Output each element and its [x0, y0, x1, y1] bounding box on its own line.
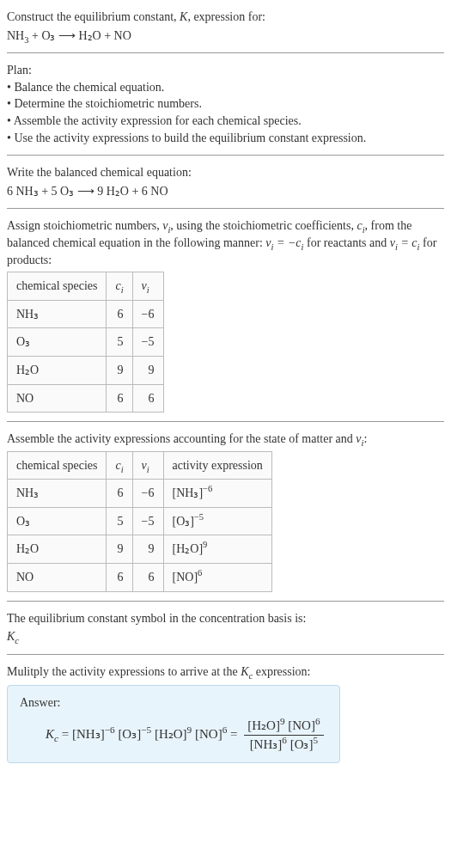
cell-sp: H₂O [8, 356, 107, 384]
kc-symbol-label: The equilibrium constant symbol in the c… [7, 610, 444, 627]
mult-a: Mulitply the activity expressions to arr… [7, 665, 241, 678]
table-header-row: chemical species ci νi [8, 272, 164, 301]
balanced-equation: 6 NH₃ + 5 O₃ ⟶ 9 H₂O + 6 NO [7, 183, 444, 200]
frac-numerator: [H₂O]9 [NO]6 [244, 717, 323, 736]
th-nui: νi [132, 451, 163, 480]
cell-c: 5 [107, 328, 132, 357]
cell-sp: O₃ [8, 328, 107, 357]
assign-d: for reactants and [303, 236, 389, 249]
intro-equation: NH3 + O₃ ⟶ H₂O + NO [7, 28, 444, 45]
stoich-table-1: chemical species ci νi NH₃6−6 O₃5−5 H₂O9… [7, 272, 164, 413]
nu-i: νi [162, 219, 170, 232]
assemble-text: Assemble the activity expressions accoun… [7, 431, 444, 448]
divider [7, 601, 444, 602]
th-ci: ci [107, 451, 132, 480]
plan-b3: • Assemble the activity expression for e… [7, 113, 444, 130]
kc-symbol: Kc [7, 628, 444, 645]
plan-title: Plan: [7, 62, 444, 79]
cell-v: −5 [132, 507, 163, 535]
cell-c: 9 [107, 356, 132, 384]
term-nh3: [NH₃]−6 [72, 727, 115, 741]
intro-block: Construct the equilibrium constant, K, e… [7, 9, 444, 44]
term-h2o: [H₂O]9 [155, 727, 192, 741]
c-i: ci [357, 219, 364, 232]
cell-c: 6 [107, 300, 132, 328]
kc-inline: Kc [241, 665, 253, 678]
assemble-b: : [363, 432, 367, 445]
eq-nh: NH [7, 29, 24, 42]
assign-text: Assign stoichiometric numbers, νi, using… [7, 217, 444, 268]
cell-c: 5 [107, 507, 132, 535]
nu-eq-c: νi = ci [390, 236, 420, 249]
cell-v: 6 [132, 384, 163, 413]
cell-ae: [H₂O]9 [163, 535, 271, 564]
balanced-label: Write the balanced chemical equation: [7, 164, 444, 181]
th-nui: νi [132, 272, 163, 301]
cell-v: 9 [132, 535, 163, 564]
cell-sp: NH₃ [8, 480, 107, 508]
answer-label: Answer: [20, 694, 327, 712]
cell-sp: O₃ [8, 507, 107, 535]
th-activity: activity expression [163, 451, 271, 480]
intro-text-a: Construct the equilibrium constant, [7, 10, 180, 23]
table-row: NH₃6−6[NH₃]−6 [8, 480, 272, 508]
assign-a: Assign stoichiometric numbers, [7, 219, 162, 232]
table-row: NO66[NO]6 [8, 564, 272, 592]
table-row: O₃5−5[O₃]−5 [8, 507, 272, 535]
cell-v: 9 [132, 356, 163, 384]
frac-denominator: [NH₃]6 [O₃]5 [244, 736, 323, 754]
table-row: NO66 [8, 384, 164, 413]
table-row: NH₃6−6 [8, 300, 164, 328]
cell-v: 6 [132, 564, 163, 592]
cell-ae: [O₃]−5 [163, 507, 271, 535]
table-header-row: chemical species ci νi activity expressi… [8, 451, 272, 480]
cell-sp: NO [8, 384, 107, 413]
term-o3: [O₃]−5 [118, 727, 151, 741]
term-no: [NO]6 [195, 727, 227, 741]
plan-b4: • Use the activity expressions to build … [7, 130, 444, 147]
cell-sp: NO [8, 564, 107, 592]
plan-block: Plan: • Balance the chemical equation. •… [7, 62, 444, 146]
cell-v: −6 [132, 480, 163, 508]
cell-c: 6 [107, 564, 132, 592]
th-ci: ci [107, 272, 132, 301]
multiply-block: Mulitply the activity expressions to arr… [7, 663, 444, 763]
plan-b1: • Balance the chemical equation. [7, 79, 444, 96]
divider [7, 52, 444, 53]
cell-sp: H₂O [8, 535, 107, 564]
stoich-table-2: chemical species ci νi activity expressi… [7, 451, 272, 592]
assign-block: Assign stoichiometric numbers, νi, using… [7, 217, 444, 413]
multiply-text: Mulitply the activity expressions to arr… [7, 663, 444, 681]
answer-equation: Kc = [NH₃]−6 [O₃]−5 [H₂O]9 [NO]6 = [H₂O]… [20, 717, 327, 754]
balanced-block: Write the balanced chemical equation: 6 … [7, 164, 444, 199]
K-symbol: K [180, 10, 187, 23]
intro-text-b: , expression for: [187, 10, 265, 23]
plan-b2: • Determine the stoichiometric numbers. [7, 95, 444, 113]
th-species: chemical species [8, 272, 107, 301]
divider [7, 208, 444, 209]
cell-ae: [NO]6 [163, 564, 271, 592]
assign-b: , using the stoichiometric coefficients, [170, 219, 357, 232]
cell-c: 6 [107, 480, 132, 508]
divider [7, 654, 444, 655]
mult-b: expression: [253, 665, 310, 678]
cell-c: 6 [107, 384, 132, 413]
eq2: = [227, 727, 241, 741]
table-row: H₂O99[H₂O]9 [8, 535, 272, 564]
kc-symbol-block: The equilibrium constant symbol in the c… [7, 610, 444, 645]
answer-box: Answer: Kc = [NH₃]−6 [O₃]−5 [H₂O]9 [NO]6… [7, 685, 340, 763]
cell-c: 9 [107, 535, 132, 564]
assemble-a: Assemble the activity expressions accoun… [7, 432, 356, 445]
table-row: H₂O99 [8, 356, 164, 384]
intro-line1: Construct the equilibrium constant, K, e… [7, 9, 444, 26]
nu-eq-neg-c: νi = −ci [265, 236, 303, 249]
cell-v: −6 [132, 300, 163, 328]
assemble-block: Assemble the activity expressions accoun… [7, 431, 444, 592]
th-species: chemical species [8, 451, 107, 480]
kc-lhs: Kc [46, 727, 58, 741]
divider [7, 421, 444, 422]
eq1: = [58, 727, 72, 741]
cell-v: −5 [132, 328, 163, 357]
eq-rest: + O₃ ⟶ H₂O + NO [28, 29, 131, 42]
table-row: O₃5−5 [8, 328, 164, 357]
